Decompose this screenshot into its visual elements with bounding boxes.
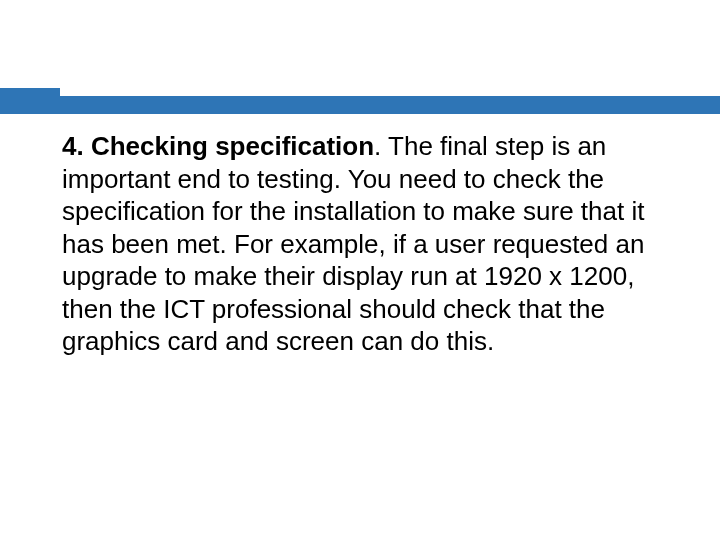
accent-bar <box>0 96 720 114</box>
lead-heading: 4. Checking specification <box>62 131 374 161</box>
body-paragraph: . The final step is an important end to … <box>62 131 644 356</box>
accent-tab <box>0 88 60 114</box>
slide-body: 4. Checking specification. The final ste… <box>62 130 662 358</box>
